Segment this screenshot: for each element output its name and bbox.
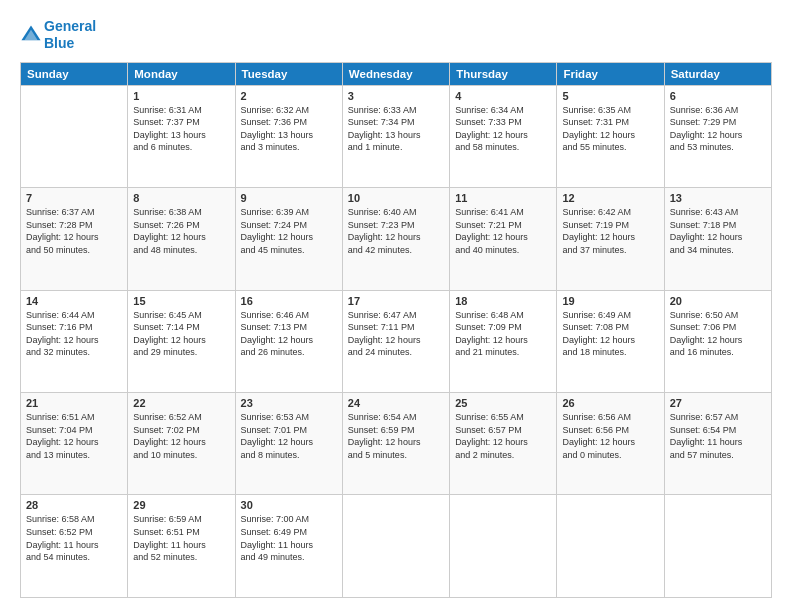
calendar-cell: 5Sunrise: 6:35 AM Sunset: 7:31 PM Daylig… [557,85,664,187]
cell-info: Sunrise: 6:40 AM Sunset: 7:23 PM Dayligh… [348,206,444,256]
calendar-cell: 11Sunrise: 6:41 AM Sunset: 7:21 PM Dayli… [450,188,557,290]
day-number: 16 [241,295,337,307]
calendar-cell: 20Sunrise: 6:50 AM Sunset: 7:06 PM Dayli… [664,290,771,392]
weekday-header-thursday: Thursday [450,62,557,85]
day-number: 6 [670,90,766,102]
cell-info: Sunrise: 6:42 AM Sunset: 7:19 PM Dayligh… [562,206,658,256]
day-number: 17 [348,295,444,307]
calendar-cell: 29Sunrise: 6:59 AM Sunset: 6:51 PM Dayli… [128,495,235,598]
cell-info: Sunrise: 6:41 AM Sunset: 7:21 PM Dayligh… [455,206,551,256]
day-number: 11 [455,192,551,204]
week-row-3: 14Sunrise: 6:44 AM Sunset: 7:16 PM Dayli… [21,290,772,392]
weekday-header-monday: Monday [128,62,235,85]
cell-info: Sunrise: 6:47 AM Sunset: 7:11 PM Dayligh… [348,309,444,359]
calendar-cell: 22Sunrise: 6:52 AM Sunset: 7:02 PM Dayli… [128,393,235,495]
cell-info: Sunrise: 6:51 AM Sunset: 7:04 PM Dayligh… [26,411,122,461]
cell-info: Sunrise: 6:53 AM Sunset: 7:01 PM Dayligh… [241,411,337,461]
logo: General Blue [20,18,96,52]
day-number: 21 [26,397,122,409]
calendar-cell: 23Sunrise: 6:53 AM Sunset: 7:01 PM Dayli… [235,393,342,495]
cell-info: Sunrise: 6:45 AM Sunset: 7:14 PM Dayligh… [133,309,229,359]
cell-info: Sunrise: 6:48 AM Sunset: 7:09 PM Dayligh… [455,309,551,359]
calendar-cell: 25Sunrise: 6:55 AM Sunset: 6:57 PM Dayli… [450,393,557,495]
cell-info: Sunrise: 6:32 AM Sunset: 7:36 PM Dayligh… [241,104,337,154]
day-number: 25 [455,397,551,409]
calendar-cell [664,495,771,598]
day-number: 20 [670,295,766,307]
header-row: SundayMondayTuesdayWednesdayThursdayFrid… [21,62,772,85]
cell-info: Sunrise: 6:46 AM Sunset: 7:13 PM Dayligh… [241,309,337,359]
day-number: 28 [26,499,122,511]
calendar-cell: 1Sunrise: 6:31 AM Sunset: 7:37 PM Daylig… [128,85,235,187]
cell-info: Sunrise: 7:00 AM Sunset: 6:49 PM Dayligh… [241,513,337,563]
logo-text: General Blue [44,18,96,52]
day-number: 13 [670,192,766,204]
cell-info: Sunrise: 6:31 AM Sunset: 7:37 PM Dayligh… [133,104,229,154]
calendar-cell: 18Sunrise: 6:48 AM Sunset: 7:09 PM Dayli… [450,290,557,392]
calendar-cell [342,495,449,598]
calendar-cell: 26Sunrise: 6:56 AM Sunset: 6:56 PM Dayli… [557,393,664,495]
day-number: 24 [348,397,444,409]
day-number: 10 [348,192,444,204]
calendar-cell: 16Sunrise: 6:46 AM Sunset: 7:13 PM Dayli… [235,290,342,392]
calendar-cell: 17Sunrise: 6:47 AM Sunset: 7:11 PM Dayli… [342,290,449,392]
day-number: 12 [562,192,658,204]
calendar-cell: 6Sunrise: 6:36 AM Sunset: 7:29 PM Daylig… [664,85,771,187]
weekday-header-friday: Friday [557,62,664,85]
weekday-header-saturday: Saturday [664,62,771,85]
calendar-table: SundayMondayTuesdayWednesdayThursdayFrid… [20,62,772,598]
cell-info: Sunrise: 6:58 AM Sunset: 6:52 PM Dayligh… [26,513,122,563]
calendar-cell: 8Sunrise: 6:38 AM Sunset: 7:26 PM Daylig… [128,188,235,290]
cell-info: Sunrise: 6:59 AM Sunset: 6:51 PM Dayligh… [133,513,229,563]
calendar-cell: 10Sunrise: 6:40 AM Sunset: 7:23 PM Dayli… [342,188,449,290]
cell-info: Sunrise: 6:38 AM Sunset: 7:26 PM Dayligh… [133,206,229,256]
calendar-cell [450,495,557,598]
week-row-5: 28Sunrise: 6:58 AM Sunset: 6:52 PM Dayli… [21,495,772,598]
day-number: 15 [133,295,229,307]
day-number: 5 [562,90,658,102]
calendar-cell: 4Sunrise: 6:34 AM Sunset: 7:33 PM Daylig… [450,85,557,187]
cell-info: Sunrise: 6:35 AM Sunset: 7:31 PM Dayligh… [562,104,658,154]
day-number: 18 [455,295,551,307]
page: General Blue SundayMondayTuesdayWednesda… [0,0,792,612]
week-row-1: 1Sunrise: 6:31 AM Sunset: 7:37 PM Daylig… [21,85,772,187]
weekday-header-sunday: Sunday [21,62,128,85]
logo-icon [20,24,42,46]
header: General Blue [20,18,772,52]
day-number: 23 [241,397,337,409]
cell-info: Sunrise: 6:44 AM Sunset: 7:16 PM Dayligh… [26,309,122,359]
calendar-cell: 9Sunrise: 6:39 AM Sunset: 7:24 PM Daylig… [235,188,342,290]
weekday-header-tuesday: Tuesday [235,62,342,85]
calendar-cell: 7Sunrise: 6:37 AM Sunset: 7:28 PM Daylig… [21,188,128,290]
cell-info: Sunrise: 6:50 AM Sunset: 7:06 PM Dayligh… [670,309,766,359]
calendar-cell: 12Sunrise: 6:42 AM Sunset: 7:19 PM Dayli… [557,188,664,290]
cell-info: Sunrise: 6:37 AM Sunset: 7:28 PM Dayligh… [26,206,122,256]
week-row-2: 7Sunrise: 6:37 AM Sunset: 7:28 PM Daylig… [21,188,772,290]
calendar-cell: 13Sunrise: 6:43 AM Sunset: 7:18 PM Dayli… [664,188,771,290]
calendar-cell: 21Sunrise: 6:51 AM Sunset: 7:04 PM Dayli… [21,393,128,495]
day-number: 14 [26,295,122,307]
day-number: 19 [562,295,658,307]
cell-info: Sunrise: 6:36 AM Sunset: 7:29 PM Dayligh… [670,104,766,154]
calendar-cell: 30Sunrise: 7:00 AM Sunset: 6:49 PM Dayli… [235,495,342,598]
cell-info: Sunrise: 6:55 AM Sunset: 6:57 PM Dayligh… [455,411,551,461]
cell-info: Sunrise: 6:56 AM Sunset: 6:56 PM Dayligh… [562,411,658,461]
cell-info: Sunrise: 6:52 AM Sunset: 7:02 PM Dayligh… [133,411,229,461]
cell-info: Sunrise: 6:54 AM Sunset: 6:59 PM Dayligh… [348,411,444,461]
calendar-cell: 2Sunrise: 6:32 AM Sunset: 7:36 PM Daylig… [235,85,342,187]
cell-info: Sunrise: 6:49 AM Sunset: 7:08 PM Dayligh… [562,309,658,359]
week-row-4: 21Sunrise: 6:51 AM Sunset: 7:04 PM Dayli… [21,393,772,495]
calendar-cell: 24Sunrise: 6:54 AM Sunset: 6:59 PM Dayli… [342,393,449,495]
day-number: 30 [241,499,337,511]
calendar-cell: 3Sunrise: 6:33 AM Sunset: 7:34 PM Daylig… [342,85,449,187]
day-number: 7 [26,192,122,204]
day-number: 22 [133,397,229,409]
day-number: 9 [241,192,337,204]
calendar-cell [21,85,128,187]
day-number: 8 [133,192,229,204]
cell-info: Sunrise: 6:43 AM Sunset: 7:18 PM Dayligh… [670,206,766,256]
calendar-cell: 27Sunrise: 6:57 AM Sunset: 6:54 PM Dayli… [664,393,771,495]
calendar-cell [557,495,664,598]
day-number: 1 [133,90,229,102]
calendar-cell: 19Sunrise: 6:49 AM Sunset: 7:08 PM Dayli… [557,290,664,392]
